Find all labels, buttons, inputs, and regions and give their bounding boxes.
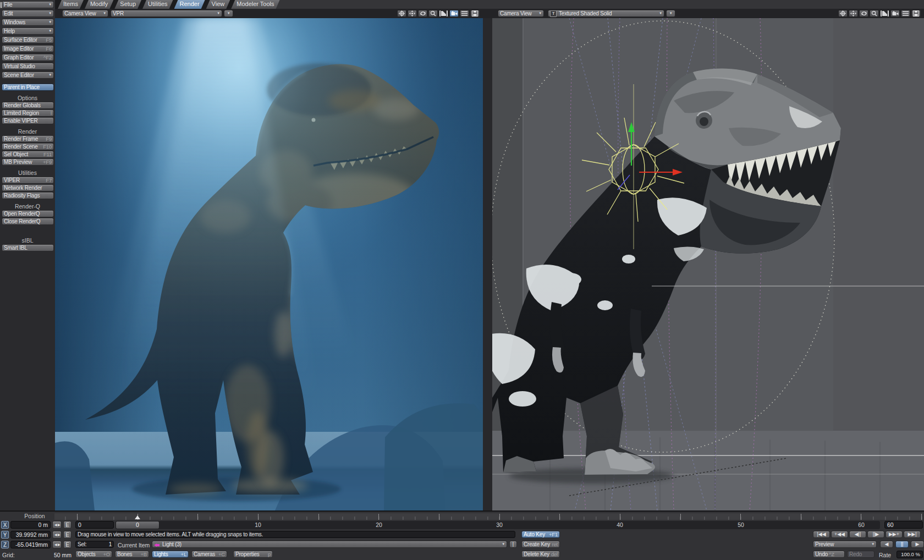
prev-key-button[interactable]: +◀◀ <box>831 531 848 538</box>
zoom-icon[interactable] <box>870 10 879 17</box>
help-menu[interactable]: Help▼ <box>2 28 54 35</box>
maximize-viewport-icon[interactable] <box>439 10 448 17</box>
next-key-button[interactable]: ▶▶+ <box>886 531 903 538</box>
zoom-icon[interactable] <box>428 10 438 17</box>
z-spinner[interactable]: ◀▶ <box>52 541 62 548</box>
pan-icon[interactable] <box>849 10 858 17</box>
tab-modeler-tools[interactable]: Modeler Tools <box>231 0 279 9</box>
windows-menu[interactable]: Windows▼ <box>2 19 54 26</box>
play-button[interactable]: ▶ <box>911 541 924 548</box>
y-spinner[interactable]: ◀▶ <box>52 531 62 539</box>
render-frame-button[interactable]: Render FrameF9 <box>2 135 54 142</box>
selection-count-field[interactable]: Sel:1 <box>75 541 114 548</box>
tab-utilities[interactable]: Utilities <box>142 0 173 9</box>
tab-setup[interactable]: Setup <box>114 0 141 9</box>
radiosity-flags-button[interactable]: Radiosity Flags <box>2 192 54 199</box>
rotate-icon[interactable] <box>859 10 868 17</box>
surface-editor-button[interactable]: Surface EditorF5 <box>2 36 54 43</box>
image-editor-button[interactable]: Image EditorF6 <box>2 45 54 52</box>
tab-view[interactable]: View <box>206 0 230 9</box>
cameras-mode-button[interactable]: Cameras+C <box>191 551 227 558</box>
auto-key-button[interactable]: Auto Key+F1 <box>521 531 560 538</box>
x-envelope-button[interactable]: E <box>63 521 72 529</box>
file-menu[interactable]: File▼ <box>2 1 54 8</box>
enable-viper-button[interactable]: Enable VIPER <box>2 117 54 124</box>
pause-button[interactable]: || <box>895 541 909 548</box>
position-x-field[interactable]: 0 m <box>10 521 51 529</box>
edit-menu[interactable]: Edit▼ <box>2 10 54 17</box>
viewport-divider[interactable] <box>483 18 492 510</box>
smart-ibl-button[interactable]: Smart IBL <box>2 244 54 251</box>
end-frame-field[interactable]: 60 <box>884 521 923 529</box>
viewport-shaded[interactable] <box>492 18 924 510</box>
create-key-button[interactable]: Create Keyret <box>521 541 560 548</box>
go-start-button[interactable]: |◀◀ <box>813 531 830 538</box>
tab-render[interactable]: Render <box>174 0 205 9</box>
timeline-track[interactable]: 0 10 20 30 40 50 60 <box>116 521 880 529</box>
network-render-button[interactable]: Network Render <box>2 184 54 191</box>
left-viewport-menu-button[interactable]: ▼ <box>224 10 233 17</box>
save-view-icon[interactable] <box>911 10 921 17</box>
pan-icon[interactable] <box>408 10 417 17</box>
current-item-label: Current Item <box>118 542 150 548</box>
go-end-button[interactable]: ▶▶| <box>904 531 921 538</box>
z-envelope-button[interactable]: E <box>63 541 72 548</box>
chevron-down-icon: ▼ <box>48 72 52 78</box>
tab-items[interactable]: Items <box>58 0 84 9</box>
right-view-type-dropdown[interactable]: Camera View▼ <box>498 10 544 17</box>
limited-region-button[interactable]: Limited Regionl <box>2 109 54 117</box>
current-frame-knob[interactable]: 0 <box>116 521 160 529</box>
item-lock-button[interactable]: ❘ <box>509 541 517 548</box>
step-forward-button[interactable]: ||▶ <box>867 531 884 538</box>
current-item-dropdown[interactable]: Light (3)▼ <box>152 541 507 548</box>
graph-editor-button[interactable]: Graph Editor^F2 <box>2 54 54 61</box>
left-render-mode-dropdown[interactable]: VPR▼ <box>111 10 222 17</box>
tab-modify[interactable]: Modify <box>85 0 113 9</box>
right-render-mode-dropdown[interactable]: TTextured Shaded Solid▼ <box>548 10 664 17</box>
timeline-ruler[interactable] <box>54 513 923 520</box>
move-icon[interactable] <box>838 10 848 17</box>
right-viewport-menu-button[interactable]: ▼ <box>666 10 675 17</box>
group-title-sibl: sIBL <box>0 237 55 243</box>
start-frame-field[interactable]: 0 <box>75 521 114 529</box>
sel-object-button[interactable]: Sel ObjectF11 <box>2 151 54 158</box>
position-z-field[interactable]: -65.0419mm <box>10 541 51 548</box>
position-y-field[interactable]: 39.9992 mm <box>10 531 51 539</box>
rotate-icon[interactable] <box>418 10 427 17</box>
render-globals-button[interactable]: Render Globals <box>2 102 54 109</box>
viewport-vpr[interactable] <box>55 18 483 510</box>
save-view-icon[interactable] <box>470 10 480 17</box>
axis-z-button[interactable]: Z <box>1 541 9 548</box>
bones-mode-button[interactable]: Bones+B <box>115 551 149 558</box>
virtual-studio-button[interactable]: Virtual Studio <box>2 63 54 70</box>
lights-mode-button[interactable]: Lights+L <box>152 551 189 558</box>
x-spinner[interactable]: ◀▶ <box>52 521 62 529</box>
undo-button[interactable]: Undo^Z <box>813 551 845 558</box>
render-scene-button[interactable]: Render SceneF10 <box>2 143 54 150</box>
rate-field[interactable]: 100.0 % <box>897 551 923 558</box>
scene-editor-button[interactable]: Scene Editor▼ <box>2 72 54 79</box>
step-back-button[interactable]: ◀|| <box>849 531 866 538</box>
open-renderq-button[interactable]: Open RenderQ <box>2 210 54 217</box>
delete-key-button[interactable]: Delete Keydel <box>521 551 560 558</box>
camera-icon[interactable] <box>449 10 459 17</box>
properties-button[interactable]: Propertiesp <box>233 551 273 558</box>
redo-button[interactable]: Redo <box>847 551 875 558</box>
axis-y-button[interactable]: Y <box>1 531 9 539</box>
maximize-viewport-icon[interactable] <box>880 10 889 17</box>
y-envelope-button[interactable]: E <box>63 531 72 539</box>
mb-preview-button[interactable]: MB Preview+F9 <box>2 158 54 166</box>
objects-mode-button[interactable]: Objects+O <box>75 551 112 558</box>
viper-button[interactable]: VIPERF7 <box>2 177 54 184</box>
axis-x-button[interactable]: X <box>1 521 9 529</box>
chevron-down-icon: ▼ <box>48 2 52 8</box>
left-view-type-dropdown[interactable]: Camera View▼ <box>62 10 108 17</box>
parent-in-place-button[interactable]: Parent in Place <box>2 84 54 91</box>
list-icon[interactable] <box>460 10 469 17</box>
move-icon[interactable] <box>397 10 406 17</box>
preview-dropdown[interactable]: Preview▼ <box>813 541 877 548</box>
list-icon[interactable] <box>901 10 910 17</box>
camera-icon[interactable] <box>890 10 900 17</box>
play-reverse-button[interactable]: ◀ <box>880 541 893 548</box>
close-renderq-button[interactable]: Close RenderQ <box>2 218 54 225</box>
